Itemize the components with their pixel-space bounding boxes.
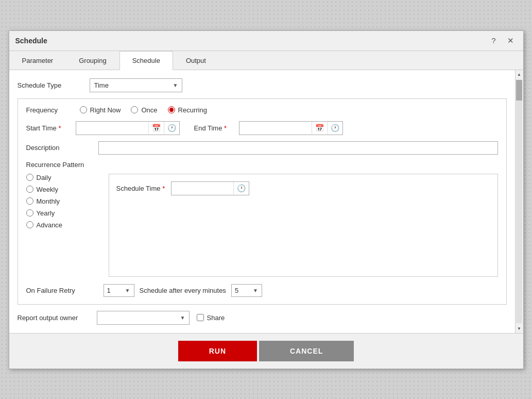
recurrence-daily-radio[interactable] (26, 174, 33, 181)
end-time-input-group: 📅 🕐 (239, 121, 343, 135)
schedule-time-input[interactable] (171, 182, 233, 195)
recurrence-yearly-label: Yearly (37, 209, 55, 217)
schedule-type-select-wrapper: Time Event ▼ (90, 78, 182, 92)
cancel-button[interactable]: CANCEL (259, 341, 354, 361)
start-time-clock-icon[interactable]: 🕐 (164, 122, 179, 134)
scrollbar-down-arrow[interactable]: ▼ (517, 324, 521, 333)
start-time-required: * (58, 124, 61, 132)
frequency-once-label: Once (141, 106, 157, 114)
tab-parameter[interactable]: Parameter (9, 51, 66, 70)
frequency-once-radio[interactable] (131, 106, 138, 113)
scrollbar: ▲ ▼ (515, 70, 523, 333)
frequency-right-now[interactable]: Right Now (80, 106, 121, 114)
schedule-time-row: Schedule Time * 🕐 (116, 181, 490, 195)
share-group: Share (197, 314, 225, 322)
schedule-type-label: Schedule Type (18, 81, 90, 89)
share-label[interactable]: Share (207, 314, 225, 322)
start-time-input-group: 📅 🕐 (76, 121, 180, 135)
time-row: Start Time * 📅 🕐 End Time * (26, 121, 498, 135)
share-checkbox[interactable] (197, 314, 204, 321)
frequency-right-now-label: Right Now (90, 106, 121, 114)
title-bar-buttons: ? ✕ (488, 35, 517, 46)
footer: RUN CANCEL (9, 333, 523, 369)
recurrence-monthly[interactable]: Monthly (26, 197, 109, 205)
owner-label: Report output owner (18, 314, 90, 322)
description-input[interactable] (98, 141, 498, 155)
scrollbar-up-arrow[interactable]: ▲ (517, 70, 521, 79)
description-row: Description (26, 141, 498, 155)
main-content: Schedule Type Time Event ▼ Frequency (9, 70, 515, 333)
schedule-dialog: Schedule ? ✕ Parameter Grouping Schedule… (9, 30, 524, 369)
close-button[interactable]: ✕ (504, 35, 517, 46)
recurrence-daily[interactable]: Daily (26, 174, 109, 181)
end-time-clock-icon[interactable]: 🕐 (327, 122, 342, 134)
start-time-calendar-icon[interactable]: 📅 (148, 122, 164, 134)
recurrence-pattern-label: Recurrence Pattern (26, 161, 498, 169)
description-label: Description (26, 144, 98, 152)
end-time-calendar-icon[interactable]: 📅 (312, 122, 327, 134)
recurrence-body: Daily Weekly Monthly (26, 174, 498, 277)
recurrence-options: Daily Weekly Monthly (26, 174, 109, 277)
minutes-select-wrapper: 5 10 15 30 ▼ (231, 284, 262, 297)
title-bar: Schedule ? ✕ (9, 31, 523, 51)
schedule-time-clock-icon[interactable]: 🕐 (233, 182, 249, 194)
recurrence-section: Recurrence Pattern Daily Weekly (26, 161, 498, 277)
frequency-recurring[interactable]: Recurring (168, 106, 207, 114)
schedule-time-label: Schedule Time * (116, 185, 165, 192)
schedule-type-row: Schedule Type Time Event ▼ (18, 78, 507, 92)
frequency-recurring-radio[interactable] (168, 106, 175, 113)
retry-label: On Failure Retry (26, 287, 98, 294)
frequency-radio-group: Right Now Once Recurring (80, 106, 207, 114)
recurrence-weekly[interactable]: Weekly (26, 186, 109, 193)
main-layout: Schedule Type Time Event ▼ Frequency (9, 70, 523, 333)
recurrence-daily-label: Daily (37, 174, 52, 181)
recurrence-monthly-label: Monthly (37, 197, 60, 205)
dialog-title: Schedule (15, 37, 47, 45)
frequency-right-now-radio[interactable] (80, 106, 87, 113)
schedule-box: Frequency Right Now Once (18, 98, 507, 305)
recurrence-advance[interactable]: Advance (26, 221, 109, 229)
owner-select[interactable] (97, 311, 190, 325)
retry-select-wrapper: 1 2 3 ▼ (104, 284, 134, 297)
end-time-label: End Time * (194, 124, 227, 132)
schedule-type-select[interactable]: Time Event (90, 78, 182, 92)
help-button[interactable]: ? (488, 35, 499, 46)
frequency-label: Frequency (26, 106, 67, 114)
retry-select[interactable]: 1 2 3 (104, 284, 134, 297)
schedule-time-input-group: 🕐 (171, 181, 249, 195)
scrollbar-thumb[interactable] (516, 80, 522, 101)
schedule-time-required: * (162, 185, 165, 192)
tab-bar: Parameter Grouping Schedule Output (9, 51, 523, 70)
tab-grouping[interactable]: Grouping (66, 51, 119, 70)
end-time-required: * (224, 124, 227, 132)
owner-row: Report output owner ▼ Share (18, 311, 507, 325)
recurrence-weekly-radio[interactable] (26, 186, 33, 193)
run-button[interactable]: RUN (178, 341, 257, 361)
tab-output[interactable]: Output (173, 51, 219, 70)
tab-schedule[interactable]: Schedule (119, 51, 173, 70)
scrollbar-track[interactable] (516, 80, 522, 323)
recurrence-yearly-radio[interactable] (26, 209, 33, 217)
retry-row: On Failure Retry 1 2 3 ▼ Schedule after … (26, 284, 498, 297)
content-area: Schedule Type Time Event ▼ Frequency (9, 70, 515, 333)
recurrence-yearly[interactable]: Yearly (26, 209, 109, 217)
recurrence-advance-label: Advance (37, 221, 63, 229)
minutes-select[interactable]: 5 10 15 30 (231, 284, 262, 297)
recurrence-weekly-label: Weekly (37, 186, 58, 193)
recurrence-monthly-radio[interactable] (26, 197, 33, 205)
frequency-recurring-label: Recurring (178, 106, 207, 114)
recurrence-panel: Schedule Time * 🕐 (109, 174, 498, 277)
start-time-label: Start Time * (26, 124, 67, 132)
recurrence-advance-radio[interactable] (26, 221, 33, 228)
owner-select-wrapper: ▼ (97, 311, 190, 325)
retry-after-label: Schedule after every minutes (140, 287, 226, 294)
end-time-input[interactable] (239, 122, 312, 135)
frequency-row: Frequency Right Now Once (26, 106, 498, 114)
start-time-input[interactable] (76, 122, 148, 135)
frequency-once[interactable]: Once (131, 106, 157, 114)
